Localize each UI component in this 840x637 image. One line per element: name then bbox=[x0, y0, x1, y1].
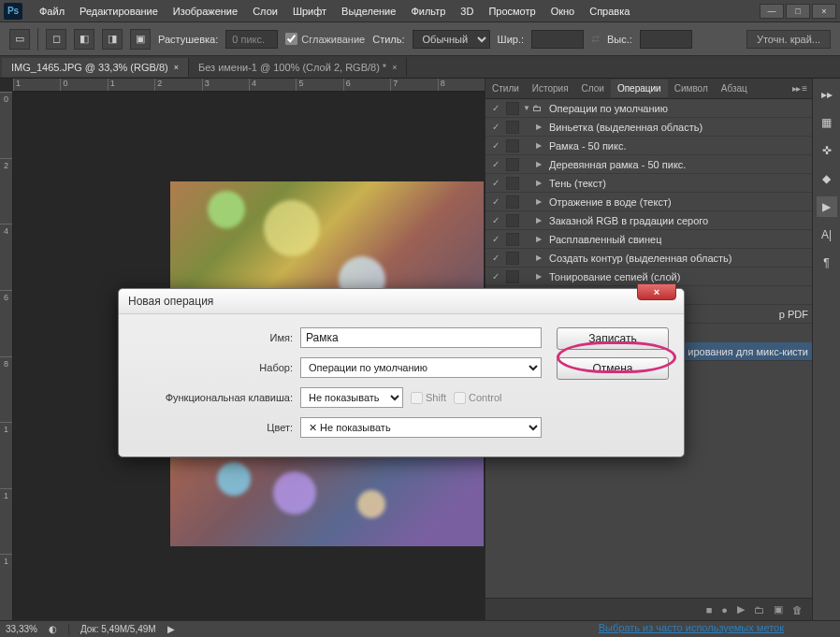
doc-tab-inactive[interactable]: Без имени-1 @ 100% (Слой 2, RGB/8) * × bbox=[189, 58, 407, 77]
tool-preset-icon[interactable]: ▭ bbox=[9, 29, 30, 50]
panel-tabs: Стили История Слои Операции Символ Абзац… bbox=[485, 79, 812, 99]
status-icon[interactable]: ◐ bbox=[49, 624, 57, 634]
tab-layers2[interactable]: Слои bbox=[575, 80, 611, 97]
selection-add-icon[interactable]: ◧ bbox=[74, 29, 94, 50]
ruler-horizontal: 1012345678 bbox=[13, 79, 485, 92]
new-set-icon[interactable]: 🗀 bbox=[754, 604, 764, 615]
control-checkbox[interactable]: Control bbox=[454, 392, 501, 404]
action-row[interactable]: ✓▶Тень (текст) bbox=[485, 174, 812, 193]
selection-intersect-icon[interactable]: ▣ bbox=[130, 29, 151, 50]
dialog-body: Имя: Набор: Операции по умолчанию Функци… bbox=[119, 314, 684, 456]
collapse-icon[interactable]: ▸▸ bbox=[817, 84, 837, 105]
new-action-dialog: Новая операция × Имя: Набор: Операции по… bbox=[118, 288, 685, 457]
play-icon[interactable]: ▶ bbox=[737, 603, 745, 615]
height-input[interactable] bbox=[640, 30, 692, 49]
action-label: ирования для микс-кисти bbox=[684, 346, 808, 357]
doc-tab-active[interactable]: IMG_1465.JPG @ 33,3% (RGB/8) × bbox=[2, 58, 189, 77]
menu-file[interactable]: Файл bbox=[32, 3, 72, 20]
menu-select[interactable]: Выделение bbox=[334, 3, 403, 20]
ruler-vertical: 02468111 bbox=[0, 92, 13, 620]
close-button[interactable]: × bbox=[812, 4, 836, 19]
doc-size[interactable]: Док: 5,49М/5,49М bbox=[80, 624, 156, 634]
action-label: Расплавленный свинец bbox=[545, 234, 661, 245]
tab-actions[interactable]: Операции bbox=[611, 80, 668, 97]
tab-styles[interactable]: Стили bbox=[485, 80, 526, 97]
app-logo: Ps bbox=[4, 3, 22, 20]
record-icon[interactable]: ● bbox=[721, 604, 728, 615]
menu-3d[interactable]: 3D bbox=[453, 3, 481, 20]
menu-filter[interactable]: Фильтр bbox=[403, 3, 453, 20]
action-row[interactable]: ✓▶Заказной RGB в градации серого bbox=[485, 211, 812, 230]
antialias-checkbox[interactable]: Сглаживание bbox=[285, 33, 365, 45]
menu-help[interactable]: Справка bbox=[582, 3, 637, 20]
minimize-button[interactable]: — bbox=[760, 4, 784, 19]
action-row[interactable]: ✓▶Отражение в воде (текст) bbox=[485, 193, 812, 211]
check-icon[interactable]: ✓ bbox=[489, 103, 502, 113]
menu-layers[interactable]: Слои bbox=[245, 3, 285, 20]
action-label: Отражение в воде (текст) bbox=[545, 196, 672, 208]
paragraph-icon[interactable]: ¶ bbox=[817, 253, 837, 273]
fkey-select[interactable]: Не показывать bbox=[300, 387, 403, 408]
action-row[interactable]: ✓▶Расплавленный свинец bbox=[485, 230, 812, 249]
menu-image[interactable]: Изображение bbox=[166, 3, 245, 20]
dialog-toggle-icon[interactable] bbox=[506, 102, 519, 115]
menu-type[interactable]: Шрифт bbox=[285, 3, 334, 20]
action-row[interactable]: ✓▶Виньетка (выделенная область) bbox=[485, 118, 812, 137]
adjustments-icon[interactable]: ✜ bbox=[817, 140, 837, 161]
maximize-button[interactable]: □ bbox=[786, 4, 810, 19]
action-row[interactable]: ✓▶Создать контур (выделенная область) bbox=[485, 249, 812, 268]
tab-close-icon[interactable]: × bbox=[392, 63, 397, 72]
menu-window[interactable]: Окно bbox=[543, 3, 583, 20]
disclosure-icon[interactable]: ▼ bbox=[523, 104, 532, 112]
record-button[interactable]: Записать bbox=[557, 327, 669, 350]
layers-icon[interactable]: ◆ bbox=[817, 168, 837, 189]
delete-icon[interactable]: 🗑 bbox=[792, 604, 803, 615]
separator bbox=[37, 28, 38, 51]
action-label: p PDF bbox=[775, 309, 808, 320]
cancel-button[interactable]: Отмена bbox=[557, 357, 669, 380]
shift-checkbox[interactable]: Shift bbox=[411, 392, 446, 404]
actions-play-icon[interactable]: ▶ bbox=[817, 196, 837, 217]
width-label: Шир.: bbox=[498, 34, 524, 45]
doc-tab-label: IMG_1465.JPG @ 33,3% (RGB/8) bbox=[11, 62, 168, 73]
action-set-label: Операции по умолчанию bbox=[545, 103, 668, 114]
zoom-level[interactable]: 33,33% bbox=[6, 624, 37, 634]
action-label: Тень (текст) bbox=[545, 178, 606, 189]
new-action-icon[interactable]: ▣ bbox=[774, 603, 783, 615]
selection-new-icon[interactable]: ◻ bbox=[46, 29, 66, 50]
document-tabs: IMG_1465.JPG @ 33,3% (RGB/8) × Без имени… bbox=[0, 56, 840, 79]
feather-input[interactable] bbox=[225, 30, 278, 49]
tab-close-icon[interactable]: × bbox=[174, 63, 179, 72]
action-row[interactable]: ✓▶Рамка - 50 пикс. bbox=[485, 137, 812, 155]
menu-edit[interactable]: Редактирование bbox=[72, 3, 166, 20]
dialog-close-button[interactable]: × bbox=[637, 283, 676, 300]
color-select[interactable]: ✕ Не показывать bbox=[300, 417, 542, 438]
fkey-label: Функциональная клавиша: bbox=[134, 392, 293, 403]
width-input[interactable] bbox=[531, 30, 584, 49]
height-label: Выс.: bbox=[607, 34, 632, 45]
antialias-label: Сглаживание bbox=[301, 34, 365, 45]
status-arrow-icon[interactable]: ▶ bbox=[167, 624, 175, 634]
bottom-link[interactable]: Выбрать из часто используемых меток bbox=[599, 622, 784, 633]
text-icon[interactable]: A| bbox=[817, 224, 837, 245]
window-controls: — □ × bbox=[760, 4, 836, 19]
swatches-icon[interactable]: ▦ bbox=[817, 112, 837, 133]
doc-tab-label: Без имени-1 @ 100% (Слой 2, RGB/8) * bbox=[198, 62, 386, 73]
tab-character[interactable]: Символ bbox=[668, 80, 715, 97]
action-row[interactable]: ✓▶Деревянная рамка - 50 пикс. bbox=[485, 155, 812, 174]
refine-edge-button[interactable]: Уточн. край... bbox=[746, 30, 831, 49]
action-set-row[interactable]: ✓ ▼ 🗀 Операции по умолчанию bbox=[485, 99, 812, 118]
action-label: Создать контур (выделенная область) bbox=[545, 253, 732, 264]
selection-subtract-icon[interactable]: ◨ bbox=[102, 29, 123, 50]
menubar: Ps Файл Редактирование Изображение Слои … bbox=[0, 0, 840, 22]
set-select[interactable]: Операции по умолчанию bbox=[300, 357, 542, 378]
dialog-titlebar[interactable]: Новая операция × bbox=[119, 289, 684, 314]
name-label: Имя: bbox=[134, 332, 293, 343]
stop-icon[interactable]: ■ bbox=[706, 604, 713, 615]
name-input[interactable] bbox=[300, 327, 542, 348]
style-select[interactable]: Обычный bbox=[413, 30, 490, 49]
menu-view[interactable]: Просмотр bbox=[481, 3, 543, 20]
tab-paragraph[interactable]: Абзац bbox=[715, 80, 754, 97]
panel-menu-icon[interactable]: ▸▸ ≡ bbox=[787, 83, 812, 94]
tab-history[interactable]: История bbox=[526, 80, 575, 97]
